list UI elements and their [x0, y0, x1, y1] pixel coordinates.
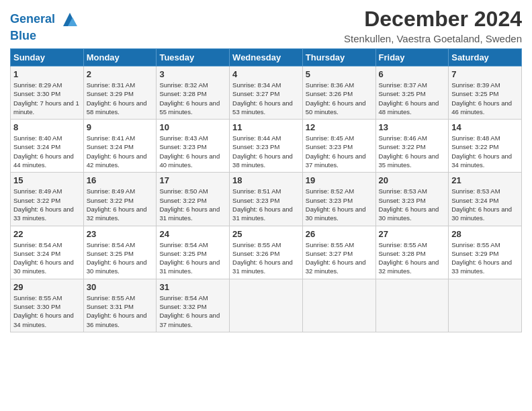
calendar-week-3: 15Sunrise: 8:49 AMSunset: 3:22 PMDayligh… [11, 173, 522, 226]
calendar-cell: 31Sunrise: 8:54 AMSunset: 3:32 PMDayligh… [157, 279, 230, 332]
day-number: 12 [306, 122, 373, 132]
calendar-cell: 6Sunrise: 8:37 AMSunset: 3:25 PMDaylight… [375, 66, 449, 120]
day-number: 17 [159, 175, 226, 185]
day-number: 30 [87, 282, 154, 292]
day-number: 11 [232, 122, 300, 132]
day-number: 16 [87, 175, 154, 185]
day-info: Sunrise: 8:55 AMSunset: 3:31 PMDaylight:… [87, 293, 154, 329]
day-info: Sunrise: 8:34 AMSunset: 3:27 PMDaylight:… [232, 81, 300, 116]
calendar-cell: 21Sunrise: 8:53 AMSunset: 3:24 PMDayligh… [449, 173, 522, 226]
header-tuesday: Tuesday [157, 49, 230, 66]
day-number: 25 [232, 229, 300, 239]
day-number: 22 [13, 229, 81, 239]
calendar-cell: 1Sunrise: 8:29 AMSunset: 3:30 PMDaylight… [11, 66, 84, 120]
calendar-cell: 28Sunrise: 8:55 AMSunset: 3:29 PMDayligh… [449, 226, 522, 279]
calendar-cell: 14Sunrise: 8:48 AMSunset: 3:22 PMDayligh… [449, 120, 522, 173]
calendar-cell: 4Sunrise: 8:34 AMSunset: 3:27 PMDaylight… [230, 66, 303, 120]
day-number: 6 [379, 69, 446, 79]
title-block: December 2024 Stenkullen, Vaestra Goetal… [344, 7, 522, 44]
calendar-cell: 2Sunrise: 8:31 AMSunset: 3:29 PMDaylight… [83, 66, 157, 120]
calendar-cell: 11Sunrise: 8:44 AMSunset: 3:23 PMDayligh… [230, 120, 303, 173]
day-info: Sunrise: 8:51 AMSunset: 3:23 PMDaylight:… [232, 187, 300, 222]
day-info: Sunrise: 8:54 AMSunset: 3:25 PMDaylight:… [87, 240, 154, 276]
logo: General Blue [10, 9, 80, 43]
calendar-cell [302, 279, 375, 332]
day-info: Sunrise: 8:54 AMSunset: 3:32 PMDaylight:… [159, 293, 226, 329]
calendar-cell: 23Sunrise: 8:54 AMSunset: 3:25 PMDayligh… [83, 226, 157, 279]
day-number: 10 [159, 122, 226, 132]
calendar-cell [375, 279, 449, 332]
day-number: 21 [451, 175, 519, 185]
day-info: Sunrise: 8:46 AMSunset: 3:22 PMDaylight:… [379, 134, 446, 169]
page-container: General Blue December 2024 Stenkullen, V… [0, 0, 532, 339]
calendar-cell: 12Sunrise: 8:45 AMSunset: 3:23 PMDayligh… [302, 120, 375, 173]
logo-blue: Blue [10, 30, 80, 43]
calendar-cell [230, 279, 303, 332]
calendar-cell: 5Sunrise: 8:36 AMSunset: 3:26 PMDaylight… [302, 66, 375, 120]
day-info: Sunrise: 8:54 AMSunset: 3:24 PMDaylight:… [13, 240, 81, 276]
day-info: Sunrise: 8:49 AMSunset: 3:22 PMDaylight:… [87, 187, 154, 222]
day-number: 15 [13, 175, 81, 185]
day-info: Sunrise: 8:48 AMSunset: 3:22 PMDaylight:… [451, 134, 519, 169]
header-monday: Monday [83, 49, 157, 66]
day-info: Sunrise: 8:41 AMSunset: 3:24 PMDaylight:… [87, 134, 154, 169]
day-number: 19 [306, 175, 373, 185]
calendar-header-row: SundayMondayTuesdayWednesdayThursdayFrid… [11, 49, 522, 66]
calendar-table: SundayMondayTuesdayWednesdayThursdayFrid… [10, 48, 522, 332]
calendar-week-4: 22Sunrise: 8:54 AMSunset: 3:24 PMDayligh… [11, 226, 522, 279]
day-info: Sunrise: 8:53 AMSunset: 3:23 PMDaylight:… [379, 187, 446, 222]
day-number: 14 [451, 122, 519, 132]
day-number: 31 [159, 282, 226, 292]
calendar-cell: 9Sunrise: 8:41 AMSunset: 3:24 PMDaylight… [83, 120, 157, 173]
header-wednesday: Wednesday [230, 49, 303, 66]
day-info: Sunrise: 8:55 AMSunset: 3:28 PMDaylight:… [379, 240, 446, 276]
day-number: 27 [379, 229, 446, 239]
calendar-cell: 8Sunrise: 8:40 AMSunset: 3:24 PMDaylight… [11, 120, 84, 173]
day-info: Sunrise: 8:55 AMSunset: 3:29 PMDaylight:… [451, 240, 519, 276]
calendar-cell: 17Sunrise: 8:50 AMSunset: 3:22 PMDayligh… [157, 173, 230, 226]
day-info: Sunrise: 8:52 AMSunset: 3:23 PMDaylight:… [306, 187, 373, 222]
calendar-cell [449, 279, 522, 332]
day-info: Sunrise: 8:45 AMSunset: 3:23 PMDaylight:… [306, 134, 373, 169]
day-info: Sunrise: 8:43 AMSunset: 3:23 PMDaylight:… [159, 134, 226, 169]
logo-icon [60, 9, 80, 30]
day-number: 26 [306, 229, 373, 239]
header-thursday: Thursday [302, 49, 375, 66]
day-number: 2 [87, 69, 154, 79]
day-info: Sunrise: 8:29 AMSunset: 3:30 PMDaylight:… [13, 81, 81, 116]
calendar-cell: 16Sunrise: 8:49 AMSunset: 3:22 PMDayligh… [83, 173, 157, 226]
day-number: 28 [451, 229, 519, 239]
day-info: Sunrise: 8:54 AMSunset: 3:25 PMDaylight:… [159, 240, 226, 276]
day-info: Sunrise: 8:55 AMSunset: 3:27 PMDaylight:… [306, 240, 373, 276]
day-number: 5 [306, 69, 373, 79]
day-number: 4 [232, 69, 300, 79]
month-title: December 2024 [344, 7, 522, 32]
calendar-cell: 7Sunrise: 8:39 AMSunset: 3:25 PMDaylight… [449, 66, 522, 120]
day-number: 29 [13, 282, 81, 292]
calendar-cell: 13Sunrise: 8:46 AMSunset: 3:22 PMDayligh… [375, 120, 449, 173]
header: General Blue December 2024 Stenkullen, V… [10, 7, 522, 44]
day-info: Sunrise: 8:50 AMSunset: 3:22 PMDaylight:… [159, 187, 226, 222]
day-info: Sunrise: 8:39 AMSunset: 3:25 PMDaylight:… [451, 81, 519, 116]
day-info: Sunrise: 8:44 AMSunset: 3:23 PMDaylight:… [232, 134, 300, 169]
logo-text: General [10, 9, 80, 30]
calendar-cell: 24Sunrise: 8:54 AMSunset: 3:25 PMDayligh… [157, 226, 230, 279]
header-friday: Friday [375, 49, 449, 66]
calendar-cell: 22Sunrise: 8:54 AMSunset: 3:24 PMDayligh… [11, 226, 84, 279]
calendar-cell: 27Sunrise: 8:55 AMSunset: 3:28 PMDayligh… [375, 226, 449, 279]
calendar-week-2: 8Sunrise: 8:40 AMSunset: 3:24 PMDaylight… [11, 120, 522, 173]
day-info: Sunrise: 8:32 AMSunset: 3:28 PMDaylight:… [159, 81, 226, 116]
day-info: Sunrise: 8:31 AMSunset: 3:29 PMDaylight:… [87, 81, 154, 116]
day-info: Sunrise: 8:55 AMSunset: 3:26 PMDaylight:… [232, 240, 300, 276]
day-number: 23 [87, 229, 154, 239]
location-title: Stenkullen, Vaestra Goetaland, Sweden [344, 33, 522, 44]
day-number: 20 [379, 175, 446, 185]
calendar-cell: 30Sunrise: 8:55 AMSunset: 3:31 PMDayligh… [83, 279, 157, 332]
calendar-cell: 15Sunrise: 8:49 AMSunset: 3:22 PMDayligh… [11, 173, 84, 226]
calendar-cell: 18Sunrise: 8:51 AMSunset: 3:23 PMDayligh… [230, 173, 303, 226]
calendar-cell: 26Sunrise: 8:55 AMSunset: 3:27 PMDayligh… [302, 226, 375, 279]
calendar-cell: 10Sunrise: 8:43 AMSunset: 3:23 PMDayligh… [157, 120, 230, 173]
logo-general: General [10, 12, 55, 26]
day-info: Sunrise: 8:55 AMSunset: 3:30 PMDaylight:… [13, 293, 81, 329]
day-number: 7 [451, 69, 519, 79]
